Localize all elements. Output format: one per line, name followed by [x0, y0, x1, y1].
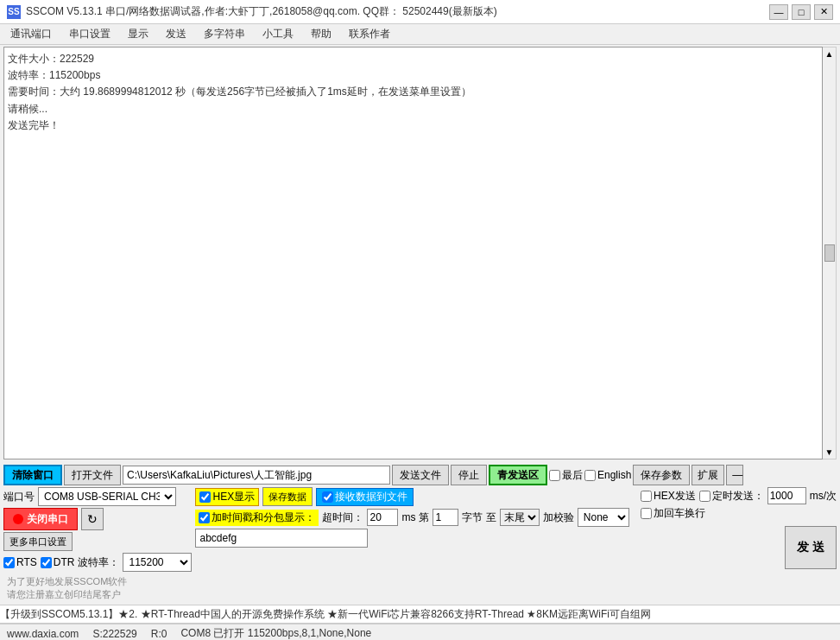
- last-checkbox[interactable]: [549, 470, 560, 481]
- status-filesize: S:222529: [92, 628, 136, 640]
- expand-minus-button[interactable]: —: [726, 465, 743, 485]
- more-settings-button[interactable]: 更多串口设置: [3, 532, 73, 551]
- send-file-button[interactable]: 发送文件: [392, 465, 449, 485]
- close-port-button[interactable]: 关闭串口: [3, 508, 78, 530]
- menu-multi-string[interactable]: 多字符串: [197, 25, 252, 43]
- send-text-input[interactable]: [195, 529, 368, 548]
- menu-display[interactable]: 显示: [121, 25, 155, 43]
- log-line-time: 需要时间：大约 19.8689994812012 秒（每发送256字节已经被插入…: [8, 84, 818, 100]
- ad-text: 为了更好地发展SSCOM软件请您注册嘉立创印结尾客户: [3, 573, 192, 603]
- add-linebreak-row: 加回车换行: [641, 506, 837, 521]
- rts-checkbox[interactable]: [3, 557, 15, 568]
- hex-display-checkbox[interactable]: [199, 491, 211, 503]
- timed-send-checkbox[interactable]: [699, 491, 711, 502]
- add-linebreak-checkbox[interactable]: [641, 508, 652, 519]
- ticker-bar: 【升级到SSCOM5.13.1】★2. ★RT-Thread中国人的开源免费操作…: [0, 605, 840, 624]
- more-settings-row: 更多串口设置: [3, 532, 192, 551]
- checksum-select[interactable]: None: [578, 508, 629, 527]
- recv-to-file-label[interactable]: 接收数据到文件: [316, 488, 414, 506]
- save-params-button[interactable]: 保存参数: [633, 465, 690, 485]
- hex-row: HEX显示 保存数据 接收数据到文件: [195, 487, 637, 506]
- status-rbytes: R:0: [151, 628, 167, 640]
- baud-select[interactable]: 115200: [123, 553, 192, 572]
- port-select[interactable]: COM8 USB-SERIAL CH340: [38, 487, 176, 506]
- close-port-row: 关闭串口 ↻: [3, 508, 192, 530]
- menu-help[interactable]: 帮助: [304, 25, 338, 43]
- send-button[interactable]: 发 送: [785, 526, 837, 569]
- menu-tools[interactable]: 小工具: [256, 25, 300, 43]
- baud-label: 波特率：: [78, 555, 119, 570]
- timed-unit: ms/次: [810, 489, 837, 504]
- hex-send-checkbox[interactable]: [641, 491, 652, 502]
- save-data-button[interactable]: 保存数据: [262, 487, 313, 506]
- timed-send-label[interactable]: 定时发送：: [699, 489, 764, 504]
- port-label: 端口号: [3, 490, 35, 504]
- open-file-button[interactable]: 打开文件: [64, 465, 121, 485]
- toolbar-row: 清除窗口 打开文件 发送文件 停止 青发送区 最后 English 保存参数 扩…: [3, 463, 837, 487]
- stop-button[interactable]: 停止: [451, 465, 487, 485]
- close-button[interactable]: ✕: [814, 4, 833, 20]
- expand-button[interactable]: 扩展: [692, 465, 724, 485]
- minimize-button[interactable]: —: [769, 4, 788, 20]
- timestamp-row: 加时间戳和分包显示： 超时间： ms 第 字节 至 末尾 加校验 None: [195, 508, 637, 527]
- title-bar: SS SSCOM V5.13.1 串口/网络数据调试器,作者:大虾丁丁,2618…: [0, 0, 840, 24]
- scrollbar-up-arrow[interactable]: ▲: [825, 48, 834, 59]
- add-linebreak-label[interactable]: 加回车换行: [641, 506, 705, 521]
- red-circle-icon: [13, 514, 23, 524]
- port-column: 端口号 COM8 USB-SERIAL CH340 关闭串口 ↻ 更多串口设置: [3, 487, 192, 603]
- timeout-unit: ms: [401, 511, 415, 523]
- scrollbar-thumb[interactable]: [824, 244, 835, 262]
- timestamp-checkbox[interactable]: [199, 512, 210, 523]
- title-controls: — □ ✕: [769, 4, 833, 20]
- send-button-row: 发 送: [641, 523, 837, 569]
- status-website: www.daxia.com: [7, 628, 79, 640]
- ticker-content: 【升级到SSCOM5.13.1】★2. ★RT-Thread中国人的开源免费操作…: [0, 607, 651, 622]
- text-input-row: [195, 529, 637, 548]
- log-line-wait: 请稍候...: [8, 101, 818, 117]
- hex-send-label[interactable]: HEX发送: [641, 489, 696, 504]
- title-left: SS SSCOM V5.13.1 串口/网络数据调试器,作者:大虾丁丁,2618…: [7, 4, 497, 19]
- dtr-label[interactable]: DTR: [41, 556, 75, 568]
- menu-send[interactable]: 发送: [159, 25, 193, 43]
- end-select[interactable]: 末尾: [500, 509, 540, 526]
- last-label: 最后: [562, 468, 583, 483]
- checksum-label: 加校验: [543, 510, 574, 525]
- rtsdtr-row: RTS DTR 波特率： 115200: [3, 553, 192, 572]
- log-line-filesize: 文件大小：222529: [8, 51, 818, 67]
- clear-window-button[interactable]: 清除窗口: [3, 465, 62, 485]
- english-label: English: [597, 469, 631, 481]
- rts-label[interactable]: RTS: [3, 556, 37, 568]
- hex-display-label[interactable]: HEX显示: [195, 488, 259, 506]
- app-icon: SS: [7, 5, 21, 19]
- log-line-done: 发送完毕！: [8, 117, 818, 134]
- menu-bar: 通讯端口 串口设置 显示 发送 多字符串 小工具 帮助 联系作者: [0, 24, 840, 45]
- timed-value-input[interactable]: [767, 487, 806, 504]
- timeout-label: 超时间：: [322, 510, 363, 525]
- status-portinfo: COM8 已打开 115200bps,8,1,None,None: [180, 626, 371, 640]
- port-row: 端口号 COM8 USB-SERIAL CH340: [3, 487, 192, 506]
- timestamp-label[interactable]: 加时间戳和分包显示：: [195, 510, 319, 526]
- page-label: 第: [419, 510, 429, 525]
- english-checkbox-label[interactable]: English: [584, 469, 631, 481]
- timeout-input[interactable]: [367, 509, 398, 526]
- menu-contact[interactable]: 联系作者: [342, 25, 397, 43]
- scrollbar-down-arrow[interactable]: ▼: [825, 447, 834, 459]
- last-checkbox-label[interactable]: 最后: [549, 468, 583, 483]
- log-display: 文件大小：222529 波特率：115200bps 需要时间：大约 19.868…: [3, 47, 823, 459]
- english-checkbox[interactable]: [584, 470, 596, 481]
- dtr-checkbox[interactable]: [41, 557, 52, 568]
- filepath-input[interactable]: [123, 466, 390, 485]
- recv-to-file-checkbox[interactable]: [322, 491, 333, 503]
- maximize-button[interactable]: □: [792, 4, 811, 20]
- refresh-button[interactable]: ↻: [81, 508, 104, 530]
- page-input[interactable]: [433, 509, 458, 526]
- controls-section: 清除窗口 打开文件 发送文件 停止 青发送区 最后 English 保存参数 扩…: [0, 461, 840, 605]
- main-controls-row: 端口号 COM8 USB-SERIAL CH340 关闭串口 ↻ 更多串口设置: [3, 487, 837, 603]
- menu-comm-port[interactable]: 通讯端口: [3, 25, 59, 43]
- menu-port-settings[interactable]: 串口设置: [62, 25, 117, 43]
- byte-label: 字节 至: [462, 510, 496, 525]
- send-area-button[interactable]: 青发送区: [489, 465, 547, 485]
- right-column: HEX发送 定时发送： ms/次 加回车换行 发 送: [641, 487, 837, 603]
- log-line-baudrate: 波特率：115200bps: [8, 67, 818, 84]
- window-title: SSCOM V5.13.1 串口/网络数据调试器,作者:大虾丁丁,2618058…: [26, 4, 497, 19]
